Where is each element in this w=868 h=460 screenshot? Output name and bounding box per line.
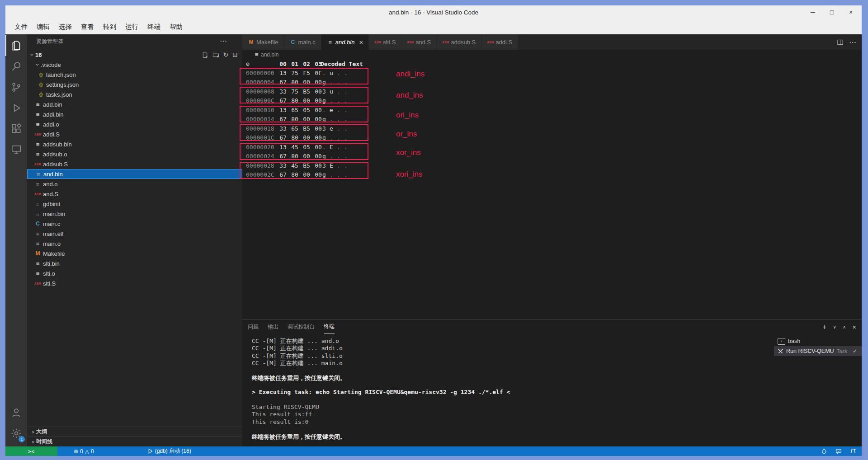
gear-icon[interactable]: ⚙ (246, 59, 250, 69)
file-item-gdbinit[interactable]: ≡gdbinit (27, 199, 242, 209)
more-actions-icon[interactable]: ⋯ (849, 38, 856, 47)
section-label: 时间线 (36, 438, 52, 446)
chevron-down-icon[interactable]: ∨ (833, 324, 836, 330)
more-actions-icon[interactable]: ⋯ (220, 39, 227, 43)
tab-Makefile[interactable]: MMakefile (242, 34, 284, 50)
file-label: slti.o (43, 270, 55, 277)
file-item-slti-S[interactable]: ASMslti.S (27, 278, 242, 288)
new-folder-icon[interactable] (212, 52, 219, 58)
tab-slti-S[interactable]: ASMslti.S (369, 34, 401, 50)
section-大纲[interactable]: ›大纲 (27, 427, 242, 437)
hex-column-header: 00 (278, 59, 288, 69)
feedback-icon[interactable] (835, 448, 842, 455)
annotation-box (240, 68, 368, 84)
terminal-line: This result is:0 (252, 418, 774, 426)
file-item-addsub-o[interactable]: ≡addsub.o (27, 149, 242, 159)
panel-tab-问题[interactable]: 问题 (248, 320, 259, 333)
hex-column-header: 01 (290, 59, 300, 69)
tab-main-c[interactable]: Cmain.c (284, 34, 321, 50)
tree-header-actions: ↻⊟ (202, 52, 242, 58)
file-item-16[interactable]: ›16↻⊟ (27, 50, 242, 60)
accounts-icon (10, 407, 22, 418)
file-item-main-o[interactable]: ≡main.o (27, 239, 242, 249)
notifications-bell-icon[interactable] (850, 448, 856, 455)
file-item-tasks-json[interactable]: {}tasks.json (27, 89, 242, 99)
activity-accounts-button[interactable] (5, 402, 27, 423)
activity-source-control-button[interactable] (5, 77, 27, 98)
file-item-slti-o[interactable]: ≡slti.o (27, 268, 242, 278)
file-item-add-bin[interactable]: ≡add.bin (27, 99, 242, 109)
file-label: gdbinit (43, 201, 60, 207)
menu-终端[interactable]: 终端 (143, 23, 165, 31)
file-type-icon-file: ≡ (34, 101, 41, 108)
tab-addi-S[interactable]: ASMaddi.S (481, 34, 518, 50)
file-item-main-elf[interactable]: ≡main.elf (27, 229, 242, 239)
file-item-Makefile[interactable]: MMakefile (27, 249, 242, 258)
activity-manage-button[interactable]: 1 (5, 423, 27, 444)
file-item-addsub-bin[interactable]: ≡addsub.bin (27, 139, 242, 149)
minimize-button[interactable]: ─ (809, 9, 816, 16)
file-item-addsub-S[interactable]: ASMaddsub.S (27, 159, 242, 169)
file-item-settings-json[interactable]: {}settings.json (27, 80, 242, 89)
remote-indicator[interactable]: >< (5, 446, 57, 456)
activity-explorer-button[interactable] (5, 35, 27, 56)
menu-运行[interactable]: 运行 (121, 23, 143, 31)
file-item-launch-json[interactable]: {}launch.json (27, 70, 242, 80)
tab-addsub-S[interactable]: ASMaddsub.S (437, 34, 481, 50)
panel-tab-调试控制台[interactable]: 调试控制台 (288, 320, 315, 333)
menu-帮助[interactable]: 帮助 (165, 23, 187, 31)
terminal-line: 终端将被任务重用，按任意键关闭。 (252, 374, 774, 381)
menu-编辑[interactable]: 编辑 (32, 23, 54, 31)
file-item-addi-S[interactable]: ASMaddi.S (27, 129, 242, 139)
tab-label: addi.S (495, 39, 512, 46)
close-panel-icon[interactable]: × (852, 324, 856, 330)
activity-extensions-button[interactable] (5, 118, 27, 139)
maximize-panel-icon[interactable]: ∧ (843, 324, 846, 330)
file-item-and-S[interactable]: ASMand.S (27, 189, 242, 199)
maximize-button[interactable]: □ (828, 9, 835, 16)
split-editor-icon[interactable] (837, 39, 844, 46)
annotation-label: xor_ins (396, 148, 421, 157)
file-item--vscode[interactable]: ›.vscode (27, 60, 242, 70)
debug-status[interactable]: (gdb) 启动 (16) (147, 447, 191, 455)
chevron-down-icon: › (29, 52, 36, 58)
flame-icon[interactable] (821, 448, 827, 455)
menu-文件[interactable]: 文件 (10, 23, 32, 31)
tab-and-bin[interactable]: ≡and.bin× (321, 34, 369, 50)
file-item-and-bin[interactable]: ≡and.bin (27, 169, 242, 179)
file-item-addi-o[interactable]: ≡addi.o (27, 119, 242, 129)
panel-tab-终端[interactable]: 终端 (324, 320, 335, 333)
menu-选择[interactable]: 选择 (54, 23, 76, 31)
activity-run-and-debug-button[interactable] (5, 98, 27, 118)
close-button[interactable]: × (847, 9, 854, 16)
new-file-icon[interactable] (202, 52, 208, 58)
new-terminal-icon[interactable]: + (822, 324, 826, 330)
file-item-main-bin[interactable]: ≡main.bin (27, 209, 242, 219)
terminal-line (252, 381, 774, 389)
activity-remote-explorer-button[interactable] (5, 139, 27, 160)
menu-转到[interactable]: 转到 (99, 23, 121, 31)
close-icon[interactable]: × (359, 38, 363, 46)
file-label: main.elf (43, 230, 64, 237)
terminal-line: This result is:ff (252, 411, 774, 418)
activity-search-button[interactable] (5, 56, 27, 77)
refresh-icon[interactable]: ↻ (223, 52, 229, 58)
terminal-list-item-Run-RISCV-QEMU[interactable]: Run RISCV-QEMUTask✓ (774, 346, 862, 356)
terminal-line: CC -[M] 正在构建 ... slti.o (252, 352, 774, 359)
section-时间线[interactable]: ›时间线 (27, 437, 242, 446)
file-item-slti-bin[interactable]: ≡slti.bin (27, 258, 242, 268)
file-item-and-o[interactable]: ≡and.o (27, 179, 242, 189)
collapse-all-icon[interactable]: ⊟ (232, 52, 238, 58)
file-item-addi-bin[interactable]: ≡addi.bin (27, 109, 242, 119)
menu-查看[interactable]: 查看 (76, 23, 99, 31)
panel-tab-输出[interactable]: 输出 (268, 320, 278, 333)
terminal-list-item-bash[interactable]: ›bash (774, 336, 862, 346)
file-type-icon-asm: ASM (34, 192, 41, 196)
tab-label: Makefile (256, 39, 278, 46)
breadcrumb[interactable]: ≡ and.bin (242, 50, 862, 59)
file-type-icon-asm: ASM (34, 163, 41, 166)
problems-status[interactable]: ⊗ 0 △ 0 (74, 448, 94, 455)
terminal-line: CC -[M] 正在构建 ... and.o (252, 337, 774, 344)
tab-and-S[interactable]: ASMand.S (401, 34, 437, 50)
file-item-main-c[interactable]: Cmain.c (27, 219, 242, 229)
